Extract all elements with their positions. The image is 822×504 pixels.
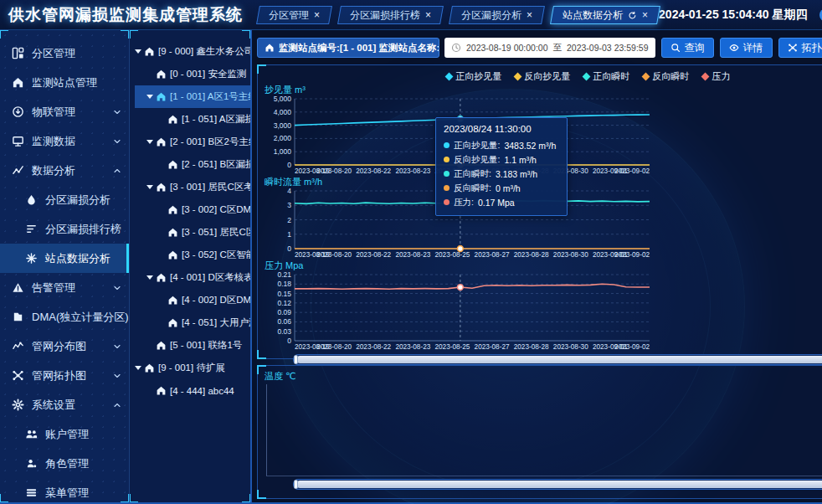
tab-zone-leak-ranking[interactable]: 分区漏损排行榜×: [337, 6, 444, 24]
tree-node[interactable]: [3 - 051] 居民C区漏损模拟表: [135, 221, 250, 244]
toolbar-buttons: 查询详情拓扑图数据导出: [655, 38, 822, 58]
monitor-icon: [12, 135, 24, 147]
svg-text:0.09: 0.09: [277, 308, 291, 316]
sidebar-item-alarm-management[interactable]: 告警管理: [0, 273, 129, 302]
datazoom-handle-left[interactable]: [294, 355, 298, 364]
sidebar-item-network-topology[interactable]: 管网拓扑图: [0, 361, 129, 390]
svg-text:2023-09-02: 2023-09-02: [614, 343, 650, 351]
tree-node[interactable]: [3 - 052] C区智能消火栓: [135, 244, 250, 266]
station-icon: [156, 136, 167, 147]
chart-axis-title: 抄见量 m³: [265, 84, 822, 95]
tree-node[interactable]: [1 - 001] A区1号主线进水: [135, 85, 250, 108]
refresh-icon[interactable]: [628, 10, 637, 19]
tree-caret-icon[interactable]: [146, 140, 153, 144]
tree-caret-icon[interactable]: [146, 185, 153, 189]
sidebar-item-site-data-analysis[interactable]: 站点数据分析: [0, 244, 129, 273]
sidebar-item-account-management[interactable]: 账户管理: [0, 419, 129, 449]
tree-node[interactable]: [4 - 444] abc44: [135, 379, 250, 402]
legend-item[interactable]: 反向抄见量: [515, 70, 570, 83]
tree-node[interactable]: [4 - 051] 大用户漏损模拟表: [135, 311, 250, 334]
legend-item[interactable]: 反向瞬时: [643, 70, 689, 83]
tree-node[interactable]: [0 - 001] 安全监测: [135, 63, 250, 85]
tree-node[interactable]: [2 - 051] B区漏损模拟表: [135, 153, 250, 176]
legend-item[interactable]: 压力: [702, 70, 730, 83]
tab-label: 站点数据分析: [563, 8, 623, 22]
tooltip-series-dot: [444, 185, 450, 191]
tooltip-row: 反向抄见量:1.1 m³/h: [444, 152, 559, 167]
sidebar-item-role-management[interactable]: 角色管理: [0, 449, 129, 478]
legend-item[interactable]: 正向瞬时: [583, 70, 629, 83]
sidebar-item-menu-management[interactable]: 菜单管理: [0, 478, 129, 502]
tab-close-icon[interactable]: ×: [314, 10, 320, 20]
date-range-picker[interactable]: 2023-08-19 00:00:00 至 2023-09-03 23:59:5…: [444, 38, 655, 58]
tree-node[interactable]: [3 - 002] C区DMA汇总表: [135, 198, 250, 221]
sidebar-item-label: 账户管理: [45, 427, 89, 442]
tooltip-row: 压力:0.17 Mpa: [444, 195, 559, 209]
tab-zone-leak-analysis[interactable]: 分区漏损分析×: [449, 6, 545, 24]
tree-node[interactable]: [1 - 051] A区漏损模拟表: [135, 108, 250, 131]
chart-3[interactable]: 00.030.060.090.120.150.180.212023-08-192…: [265, 271, 822, 352]
tab-site-data-analysis[interactable]: 站点数据分析×: [550, 6, 660, 24]
svg-text:2: 2: [287, 216, 291, 224]
datazoom-bar[interactable]: [296, 356, 822, 363]
datazoom-bar[interactable]: [296, 481, 822, 488]
tree-caret-icon[interactable]: [135, 366, 141, 370]
tooltip-row-label: 反向瞬时:: [454, 183, 491, 194]
station-tree: [9 - 000] 鑫生水务公司根站点[0 - 001] 安全监测[1 - 00…: [130, 30, 252, 502]
sidebar-item-system-settings[interactable]: 系统设置: [0, 390, 129, 419]
tab-partition-management[interactable]: 分区管理×: [256, 6, 332, 24]
sidebar-item-data-analysis[interactable]: 数据分析: [0, 156, 129, 185]
svg-text:0.03: 0.03: [277, 327, 291, 336]
sidebar-menu: 分区管理监测站点管理物联管理监测数据数据分析分区漏损分析分区漏损排行榜站点数据分…: [0, 30, 130, 502]
tree-node[interactable]: [4 - 001] D区考核表: [135, 266, 250, 289]
tree-node[interactable]: [5 - 001] 联络1号: [135, 334, 250, 357]
topology-button[interactable]: 拓扑图: [778, 38, 822, 58]
sidebar-item-monitor-data[interactable]: 监测数据: [0, 126, 129, 156]
legend-item[interactable]: 正向抄见量: [446, 70, 501, 83]
tab-close-icon[interactable]: ×: [527, 10, 532, 20]
sidebar-item-partition-management[interactable]: 分区管理: [0, 39, 129, 68]
detail-button[interactable]: 详情: [720, 38, 773, 58]
date-end-value[interactable]: 2023-09-03 23:59:59: [567, 43, 649, 53]
tree-caret-icon[interactable]: [135, 49, 141, 54]
datazoom-slider[interactable]: [293, 354, 822, 365]
date-start-value[interactable]: 2023-08-19 00:00:00: [466, 43, 548, 53]
svg-text:0: 0: [287, 244, 291, 253]
tree-node[interactable]: [4 - 002] D区DMA汇总表: [135, 289, 250, 311]
legend-label: 反向瞬时: [652, 70, 689, 83]
tree-node[interactable]: [9 - 000] 鑫生水务公司根站点: [135, 40, 250, 63]
svg-text:2023-08-22: 2023-08-22: [356, 167, 391, 175]
datazoom-handle-left[interactable]: [294, 480, 298, 489]
sidebar-item-zone-leak-ranking[interactable]: 分区漏损排行榜: [0, 214, 129, 244]
sidebar-item-network-distribution[interactable]: 管网分布图: [0, 332, 129, 361]
theme-toggle[interactable]: [819, 8, 822, 22]
temp-datazoom-slider[interactable]: [293, 479, 822, 490]
svg-text:2023-08-28: 2023-08-28: [514, 343, 549, 351]
button-label: 详情: [743, 41, 763, 55]
sidebar-item-label: 监测数据: [32, 134, 75, 149]
sidebar-item-zone-leak-analysis[interactable]: 分区漏损分析: [0, 185, 129, 214]
tree-caret-icon[interactable]: [146, 275, 153, 280]
corner-decoration: [257, 490, 266, 499]
tree-node[interactable]: [9 - 001] 待扩展: [135, 357, 250, 379]
chart-legend: 正向抄见量反向抄见量正向瞬时反向瞬时压力: [265, 69, 822, 84]
sidebar-item-iot-management[interactable]: 物联管理: [0, 97, 129, 126]
tree-node-label: [2 - 001] B区2号主线进水: [170, 136, 250, 148]
main-toolbar: 监测站点编号:[1 - 001] 监测站点名称:A... 2023-08-19 …: [257, 37, 822, 59]
sidebar-item-dma[interactable]: DMA(独立计量分区): [0, 302, 129, 332]
svg-text:2023-08-25: 2023-08-25: [434, 343, 470, 351]
query-button[interactable]: 查询: [661, 38, 714, 58]
svg-text:2023-09-02: 2023-09-02: [614, 167, 650, 175]
temperature-title: 温度 ℃: [265, 369, 822, 383]
tree-node[interactable]: [3 - 001] 居民C区考核表: [135, 176, 250, 198]
chart-axis-title: 压力 Mpa: [265, 260, 822, 271]
tab-close-icon[interactable]: ×: [425, 10, 431, 20]
sidebar-item-station-management[interactable]: 监测站点管理: [0, 68, 129, 97]
svg-text:2023-08-30: 2023-08-30: [553, 343, 588, 351]
tree-caret-icon[interactable]: [146, 95, 153, 99]
button-label: 查询: [685, 41, 705, 55]
iot-icon: [12, 105, 24, 118]
tab-close-icon[interactable]: ×: [642, 10, 648, 20]
station-info-text: 监测站点编号:[1 - 001] 监测站点名称:A...: [279, 42, 439, 54]
tree-node[interactable]: [2 - 001] B区2号主线进水: [135, 131, 250, 153]
